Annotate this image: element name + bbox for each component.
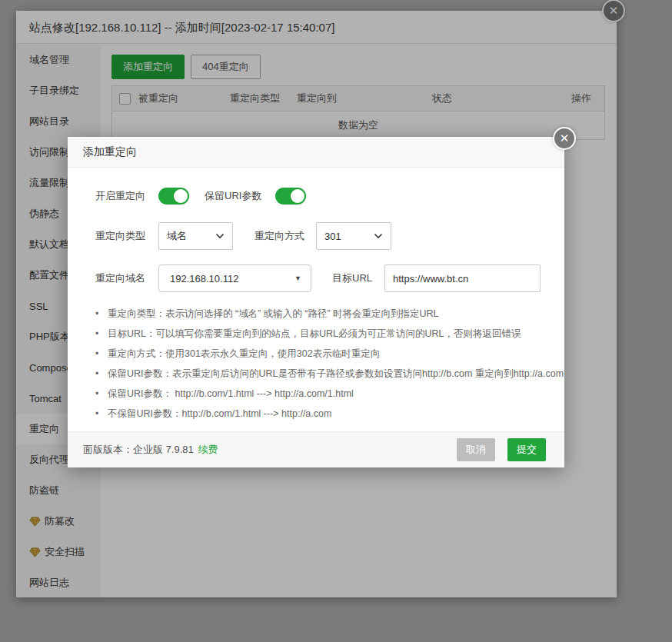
submit-button[interactable]: 提交 (507, 438, 546, 461)
redirect-domain-label: 重定向域名 (95, 271, 158, 285)
tip-item: 保留URI参数：表示重定向后访问的URL是否带有子路径或参数如设置访问http:… (95, 364, 546, 384)
tip-item: 重定向方式：使用301表示永久重定向，使用302表示临时重定向 (95, 344, 546, 364)
version-value: 企业版 7.9.81 (133, 444, 194, 455)
toggle-knob (291, 189, 304, 203)
tips-list: 重定向类型：表示访问选择的 “域名” 或输入的 “路径” 时将会重定向到指定UR… (95, 304, 546, 424)
target-url-label: 目标URL (332, 271, 384, 285)
chevron-down-icon (374, 233, 383, 239)
cancel-button[interactable]: 取消 (457, 438, 495, 461)
enable-redirect-label: 开启重定向 (95, 189, 158, 203)
tip-item: 保留URI参数： http://b.com/1.html ---> http:/… (95, 384, 546, 404)
panel-version: 面版版本：企业版 7.9.81续费 (83, 443, 457, 457)
redirect-mode-select[interactable]: 301 (316, 222, 391, 250)
modal-footer: 面版版本：企业版 7.9.81续费 取消 提交 (68, 431, 564, 467)
keep-uri-toggle[interactable] (275, 188, 306, 205)
modal-header: 添加重定向 (68, 137, 564, 168)
redirect-type-label: 重定向类型 (95, 229, 158, 243)
version-label: 面版版本： (83, 444, 133, 455)
chevron-down-icon (215, 233, 225, 239)
target-url-input[interactable] (384, 264, 541, 292)
tip-item: 重定向类型：表示访问选择的 “域名” 或输入的 “路径” 时将会重定向到指定UR… (95, 304, 546, 324)
redirect-domain-dropdown[interactable]: 192.168.10.112 ▼ (158, 264, 311, 292)
add-redirect-modal: 添加重定向 ✕ 开启重定向 保留URI参数 重定向类型 域名 重定向方式 301… (68, 137, 564, 467)
modal-close-button[interactable]: ✕ (553, 127, 576, 150)
enable-redirect-toggle[interactable] (158, 188, 189, 205)
tip-item: 目标URL：可以填写你需要重定向到的站点，目标URL必须为可正常访问的URL，否… (95, 324, 546, 344)
close-icon: ✕ (560, 132, 570, 144)
redirect-type-select[interactable]: 域名 (158, 222, 233, 250)
modal-body: 开启重定向 保留URI参数 重定向类型 域名 重定向方式 301 重定向域名 1… (68, 188, 564, 424)
toggle-knob (174, 189, 188, 203)
tip-item: 不保留URI参数：http://b.com/1.html ---> http:/… (95, 404, 546, 424)
renew-link[interactable]: 续费 (198, 444, 218, 455)
modal-title: 添加重定向 (83, 145, 137, 159)
redirect-mode-label: 重定向方式 (254, 229, 316, 243)
triangle-down-icon: ▼ (294, 274, 301, 282)
keep-uri-label: 保留URI参数 (205, 189, 275, 203)
